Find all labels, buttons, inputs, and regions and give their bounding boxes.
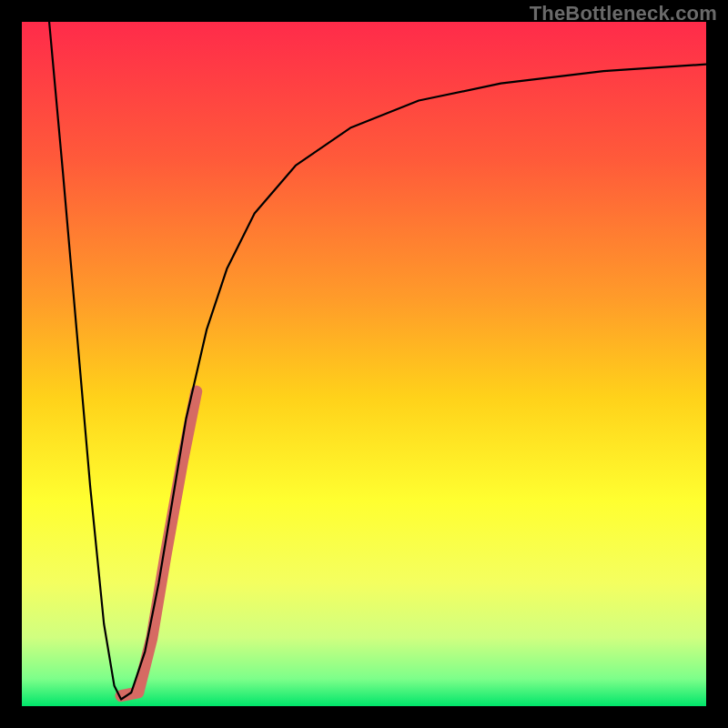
watermark-text: TheBottleneck.com bbox=[530, 2, 717, 25]
plot-background bbox=[22, 22, 706, 706]
chart-frame: TheBottleneck.com bbox=[0, 0, 728, 728]
chart-plot bbox=[22, 22, 706, 706]
